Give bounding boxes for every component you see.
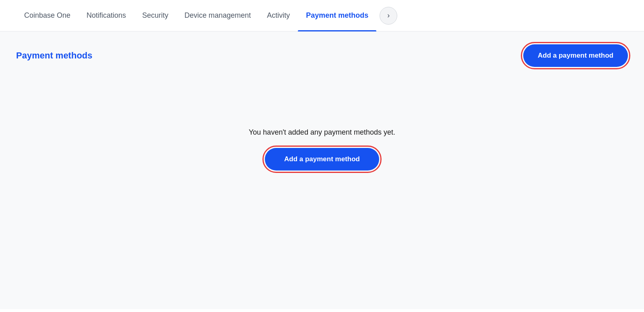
add-payment-method-button-top[interactable]: Add a payment method — [523, 44, 628, 67]
nav-bar: Coinbase One Notifications Security Devi… — [0, 0, 644, 31]
tab-device-management[interactable]: Device management — [176, 0, 259, 31]
page-title: Payment methods — [16, 50, 93, 61]
tab-security[interactable]: Security — [134, 0, 176, 31]
content-header: Payment methods Add a payment method — [16, 44, 628, 67]
empty-state: You haven't added any payment methods ye… — [16, 80, 628, 195]
tab-payment-methods[interactable]: Payment methods — [298, 0, 376, 31]
empty-state-message: You haven't added any payment methods ye… — [249, 128, 395, 137]
main-content: Payment methods Add a payment method You… — [0, 31, 644, 309]
nav-more-button[interactable]: › — [380, 7, 397, 25]
add-payment-method-button-center[interactable]: Add a payment method — [265, 148, 379, 171]
tab-coinbase-one[interactable]: Coinbase One — [16, 0, 78, 31]
page-wrapper: Coinbase One Notifications Security Devi… — [0, 0, 644, 312]
tab-notifications[interactable]: Notifications — [78, 0, 134, 31]
tab-activity[interactable]: Activity — [259, 0, 298, 31]
